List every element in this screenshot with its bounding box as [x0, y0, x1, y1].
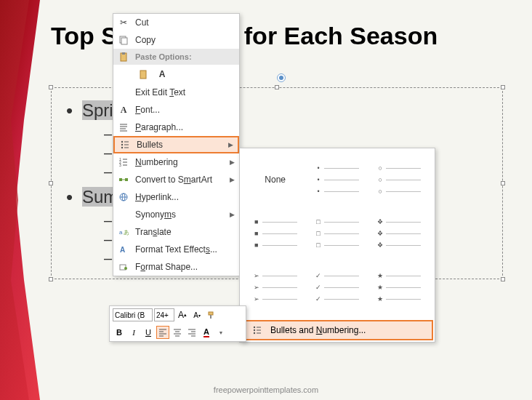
svg-point-36: [254, 332, 255, 334]
menu-bullets[interactable]: Bullets ▶: [113, 136, 239, 153]
svg-rect-21: [119, 178, 122, 181]
menu-synonyms[interactable]: Synonyms ▶: [113, 206, 239, 223]
svg-rect-22: [125, 178, 128, 181]
menu-copy[interactable]: Copy: [113, 31, 239, 49]
resize-handle[interactable]: [501, 277, 505, 281]
bullet-option-star[interactable]: ★ ★ ★: [370, 262, 429, 313]
svg-rect-1: [121, 38, 127, 44]
hyperlink-icon: [116, 191, 131, 204]
dropdown-icon[interactable]: ▼: [214, 326, 227, 339]
align-left-button[interactable]: [156, 326, 169, 339]
rotation-handle-icon[interactable]: [277, 73, 286, 82]
align-center-button[interactable]: [171, 326, 184, 339]
menu-font[interactable]: A Font...: [113, 101, 239, 119]
bullets-icon: [250, 324, 265, 337]
svg-point-9: [121, 141, 123, 143]
bullets-and-numbering-button[interactable]: Bullets and Numbering...: [241, 320, 433, 340]
menu-hyperlink[interactable]: Hyperlink...: [113, 188, 239, 206]
resize-handle[interactable]: [49, 277, 53, 281]
underline-button[interactable]: U: [142, 326, 155, 339]
svg-text:あ: あ: [124, 229, 129, 236]
svg-point-31: [124, 267, 127, 270]
bullet-option-arrow[interactable]: ➢ ➢ ➢: [246, 262, 305, 313]
bullets-submenu: None • • • ○ ○ ○ ■ ■ ■ □ □ □ ❖ ❖ ❖ ➢ ➢: [239, 148, 435, 343]
resize-handle[interactable]: [501, 181, 505, 185]
numbering-icon: 123: [116, 156, 131, 169]
svg-text:A: A: [120, 246, 125, 254]
chevron-right-icon: ▶: [230, 176, 235, 183]
bold-button[interactable]: B: [113, 326, 126, 339]
font-icon: A: [116, 103, 131, 116]
format-shape-icon: [116, 260, 131, 273]
chevron-right-icon: ▶: [230, 211, 235, 218]
bullet-option-none[interactable]: None: [246, 154, 305, 205]
translate-icon: aあ: [116, 225, 131, 239]
bullet-option-square-hollow[interactable]: □ □ □: [307, 208, 366, 259]
text-effects-icon: A: [116, 243, 131, 256]
svg-point-34: [254, 329, 255, 331]
resize-handle[interactable]: [275, 85, 279, 89]
bullet-option-diamond[interactable]: ❖ ❖ ❖: [370, 208, 429, 259]
copy-icon: [116, 33, 131, 47]
bullet-option-circle[interactable]: ○ ○ ○: [370, 154, 429, 205]
resize-handle[interactable]: [501, 85, 505, 89]
menu-format-shape[interactable]: Format Shape...: [113, 258, 239, 276]
grow-font-button[interactable]: A▴: [176, 308, 189, 321]
svg-text:a: a: [119, 229, 123, 236]
mini-toolbar: Calibri (B 24+ A▴ A▾ B I U A ▼: [109, 305, 246, 342]
font-size-selector[interactable]: 24+: [154, 308, 174, 321]
bullet-option-check[interactable]: ✓ ✓ ✓: [307, 262, 366, 313]
paragraph-icon: [116, 121, 131, 134]
paste-option-clipboard[interactable]: [135, 66, 151, 82]
svg-rect-38: [209, 312, 213, 315]
menu-cut[interactable]: ✂ Cut: [113, 14, 239, 31]
svg-rect-3: [122, 52, 125, 55]
bullets-icon: [118, 138, 132, 151]
align-right-button[interactable]: [185, 326, 198, 339]
chevron-right-icon: ▶: [228, 141, 233, 148]
svg-rect-4: [140, 71, 146, 79]
shrink-font-button[interactable]: A▾: [190, 308, 203, 321]
bullet-option-disc[interactable]: • • •: [307, 154, 366, 205]
paste-options-header: Paste Options:: [113, 49, 239, 65]
svg-text:3: 3: [119, 163, 121, 167]
menu-paragraph[interactable]: Paragraph...: [113, 119, 239, 136]
menu-numbering[interactable]: 123 Numbering ▶: [113, 153, 239, 171]
menu-translate[interactable]: aあ Translate: [113, 223, 239, 241]
paste-options-row: A: [113, 65, 239, 84]
bullet-option-square-filled[interactable]: ■ ■ ■: [246, 208, 305, 259]
cut-icon: ✂: [116, 16, 131, 29]
svg-point-32: [254, 327, 255, 328]
footer-watermark: freepowerpointtemplates.com: [0, 385, 532, 394]
menu-exit-edit[interactable]: Exit Edit Text: [113, 84, 239, 101]
resize-handle[interactable]: [49, 181, 53, 185]
paste-option-text[interactable]: A: [154, 66, 170, 82]
resize-handle[interactable]: [49, 85, 53, 89]
format-painter-button[interactable]: [205, 308, 218, 321]
font-color-button[interactable]: A: [200, 326, 213, 339]
smartart-icon: [116, 173, 131, 186]
chevron-right-icon: ▶: [230, 159, 235, 166]
menu-text-effects[interactable]: A Format Text Effects...: [113, 241, 239, 258]
context-menu: ✂ Cut Copy Paste Options: A Exit Edit Te…: [113, 13, 240, 276]
svg-point-13: [121, 147, 123, 148]
italic-button[interactable]: I: [127, 326, 140, 339]
menu-smartart[interactable]: Convert to SmartArt ▶: [113, 171, 239, 188]
font-name-selector[interactable]: Calibri (B: [113, 308, 153, 321]
svg-point-11: [121, 144, 123, 145]
paste-icon: [116, 50, 131, 63]
